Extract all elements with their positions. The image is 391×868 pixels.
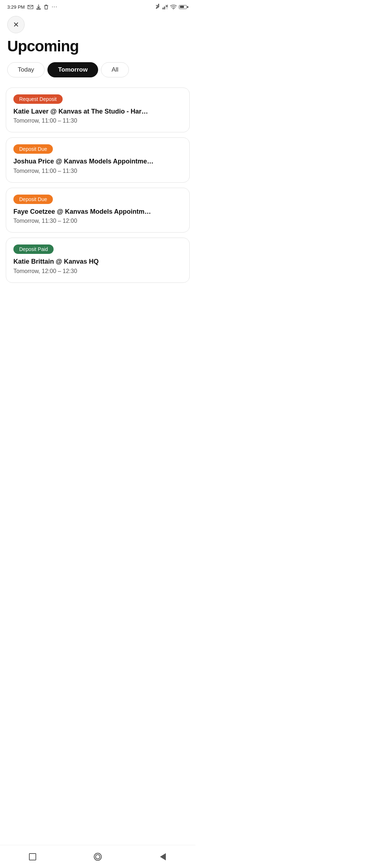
badge-request-deposit: Request Deposit bbox=[13, 94, 63, 104]
card-title-3: Katie Brittain @ Kanvas HQ bbox=[13, 258, 182, 266]
gmail-icon bbox=[28, 5, 33, 9]
appointment-card-1[interactable]: Deposit Due Joshua Price @ Kanvas Models… bbox=[6, 137, 190, 182]
svg-rect-2 bbox=[165, 5, 167, 9]
wifi-icon bbox=[170, 4, 177, 9]
svg-point-6 bbox=[173, 9, 174, 9]
close-icon: ✕ bbox=[13, 21, 19, 28]
status-bar: 3:29 PM ··· bbox=[0, 0, 196, 12]
badge-deposit-due-1: Deposit Due bbox=[13, 144, 53, 154]
more-icon: ··· bbox=[51, 4, 57, 10]
card-time-1: Tomorrow, 11:00 – 11:30 bbox=[13, 168, 182, 174]
card-title-1: Joshua Price @ Kanvas Models Appointme… bbox=[13, 157, 182, 166]
x-signal-icon bbox=[162, 4, 168, 10]
svg-rect-0 bbox=[163, 8, 164, 9]
tab-all[interactable]: All bbox=[101, 62, 129, 77]
appointment-card-3[interactable]: Deposit Paid Katie Brittain @ Kanvas HQ … bbox=[6, 238, 190, 282]
appointment-card-0[interactable]: Request Deposit Katie Laver @ Kanvas at … bbox=[6, 88, 190, 132]
card-title-2: Faye Coetzee @ Kanvas Models Appointm… bbox=[13, 208, 182, 216]
cards-container: Request Deposit Katie Laver @ Kanvas at … bbox=[0, 85, 196, 286]
card-time-0: Tomorrow, 11:00 – 11:30 bbox=[13, 118, 182, 124]
card-time-3: Tomorrow, 12:00 – 12:30 bbox=[13, 268, 182, 275]
badge-deposit-due-2: Deposit Due bbox=[13, 195, 53, 204]
appointment-card-2[interactable]: Deposit Due Faye Coetzee @ Kanvas Models… bbox=[6, 188, 190, 233]
card-time-2: Tomorrow, 11:30 – 12:00 bbox=[13, 218, 182, 224]
svg-rect-1 bbox=[164, 7, 165, 9]
badge-deposit-paid: Deposit Paid bbox=[13, 244, 54, 254]
tab-tomorrow[interactable]: Tomorrow bbox=[47, 62, 98, 77]
tab-today[interactable]: Today bbox=[7, 62, 45, 77]
close-button[interactable]: ✕ bbox=[7, 16, 25, 33]
tab-bar: Today Tomorrow All bbox=[0, 62, 196, 85]
page-title: Upcoming bbox=[0, 33, 196, 62]
download-icon bbox=[36, 4, 41, 10]
time-display: 3:29 PM bbox=[7, 4, 25, 10]
battery-icon bbox=[179, 5, 188, 9]
bluetooth-icon bbox=[155, 4, 160, 10]
delete-icon bbox=[44, 4, 49, 10]
card-title-0: Katie Laver @ Kanvas at The Studio - Har… bbox=[13, 107, 182, 116]
